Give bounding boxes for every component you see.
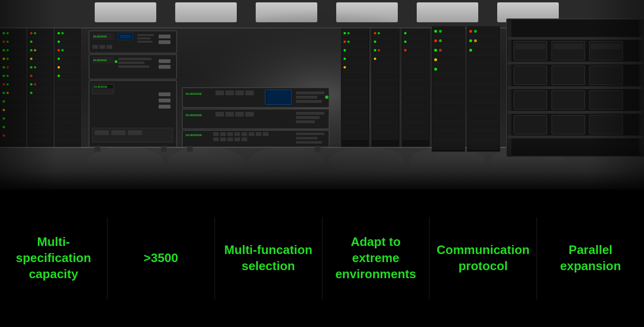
- svg-text:DAJEISHUE: DAJEISHUE: [186, 134, 202, 136]
- svg-point-96: [58, 32, 60, 35]
- svg-rect-149: [296, 100, 322, 103]
- svg-rect-190: [342, 106, 368, 114]
- feature-text-parallel: Parallel expansion: [542, 242, 639, 274]
- svg-rect-133: [137, 41, 152, 43]
- svg-point-123: [115, 60, 117, 63]
- svg-point-103: [62, 49, 64, 52]
- svg-rect-186: [342, 72, 368, 80]
- svg-rect-114: [128, 130, 142, 135]
- svg-rect-209: [373, 89, 398, 97]
- svg-rect-226: [403, 64, 429, 71]
- svg-rect-191: [342, 115, 368, 122]
- svg-text:DAJEISHUE: DAJEISHUE: [94, 85, 107, 88]
- svg-rect-250: [433, 131, 464, 140]
- svg-rect-189: [342, 98, 368, 105]
- svg-point-100: [58, 66, 60, 69]
- svg-rect-294: [552, 66, 585, 85]
- svg-rect-142: [225, 91, 234, 95]
- svg-rect-225: [403, 55, 429, 63]
- svg-rect-181: [342, 29, 368, 37]
- feature-text-communication: Communication protocol: [434, 242, 532, 274]
- svg-point-219: [378, 32, 380, 35]
- svg-point-277: [474, 30, 477, 33]
- feature-item-adapt: Adapt to extreme environments: [322, 190, 429, 327]
- svg-rect-245: [433, 84, 464, 92]
- svg-rect-121: [118, 62, 144, 64]
- svg-rect-207: [373, 72, 398, 80]
- svg-rect-166: [242, 132, 247, 136]
- svg-rect-249: [433, 122, 464, 130]
- svg-rect-154: [225, 112, 234, 117]
- svg-rect-265: [468, 65, 499, 73]
- svg-rect-188: [342, 89, 368, 97]
- svg-rect-192: [342, 123, 368, 131]
- svg-rect-147: [296, 91, 324, 94]
- svg-rect-187: [342, 81, 368, 88]
- svg-point-98: [58, 49, 60, 52]
- feature-text-adapt: Adapt to extreme environments: [327, 234, 425, 282]
- svg-rect-229: [403, 89, 429, 97]
- svg-point-220: [378, 49, 380, 52]
- svg-rect-183: [342, 46, 368, 54]
- svg-point-253: [434, 39, 437, 42]
- feature-item-multi-func: Multi-funcation selection: [215, 190, 322, 327]
- svg-rect-185: [342, 64, 368, 71]
- svg-rect-158: [296, 116, 320, 119]
- svg-rect-227: [403, 72, 429, 80]
- svg-rect-210: [373, 98, 398, 105]
- svg-rect-271: [468, 122, 499, 130]
- feature-item-communication: Communication protocol: [429, 190, 537, 327]
- svg-rect-203: [373, 38, 398, 45]
- svg-rect-171: [220, 137, 226, 141]
- svg-point-256: [434, 68, 437, 71]
- svg-point-102: [62, 32, 64, 35]
- svg-rect-157: [296, 112, 324, 115]
- svg-point-252: [434, 30, 437, 33]
- feature-text-multi-spec: Multi-specification capacity: [5, 234, 102, 282]
- svg-rect-296: [514, 91, 547, 109]
- svg-rect-94: [56, 132, 80, 139]
- svg-point-217: [374, 49, 376, 52]
- svg-rect-297: [552, 91, 585, 109]
- svg-rect-172: [227, 137, 233, 141]
- page-container: DAJEISHUE DAJEISHUE DAJEI: [0, 0, 644, 327]
- svg-rect-268: [468, 93, 499, 102]
- svg-rect-128: [159, 40, 170, 44]
- svg-rect-264: [468, 55, 499, 64]
- svg-rect-112: [95, 130, 109, 135]
- svg-rect-266: [468, 74, 499, 83]
- svg-text:DAJEISHUE: DAJEISHUE: [186, 114, 202, 117]
- svg-point-275: [469, 39, 472, 42]
- svg-rect-130: [120, 35, 131, 38]
- svg-rect-246: [433, 93, 464, 102]
- svg-text:DAJEISHUE: DAJEISHUE: [186, 92, 202, 95]
- svg-point-278: [474, 39, 477, 42]
- svg-point-237: [404, 49, 407, 52]
- svg-rect-240: [433, 36, 464, 45]
- svg-rect-211: [373, 106, 398, 114]
- svg-rect-212: [373, 115, 398, 122]
- svg-point-236: [404, 41, 407, 43]
- svg-rect-242: [433, 55, 464, 64]
- svg-rect-239: [433, 27, 464, 36]
- svg-point-101: [58, 75, 60, 77]
- svg-rect-108: [159, 92, 170, 96]
- svg-rect-290: [515, 44, 546, 49]
- svg-rect-244: [433, 74, 464, 83]
- svg-rect-169: [263, 132, 268, 136]
- svg-point-215: [374, 32, 376, 35]
- svg-point-274: [469, 30, 472, 33]
- svg-rect-291: [553, 44, 583, 49]
- svg-point-259: [439, 49, 442, 52]
- svg-rect-148: [296, 96, 317, 99]
- svg-rect-228: [403, 81, 429, 88]
- svg-rect-176: [296, 137, 317, 139]
- svg-rect-90: [56, 98, 80, 105]
- svg-rect-109: [159, 99, 170, 102]
- svg-rect-243: [433, 65, 464, 73]
- svg-rect-134: [92, 45, 98, 49]
- svg-rect-263: [468, 46, 499, 54]
- svg-point-254: [434, 49, 437, 52]
- svg-rect-168: [256, 132, 261, 136]
- svg-rect-6: [175, 2, 237, 22]
